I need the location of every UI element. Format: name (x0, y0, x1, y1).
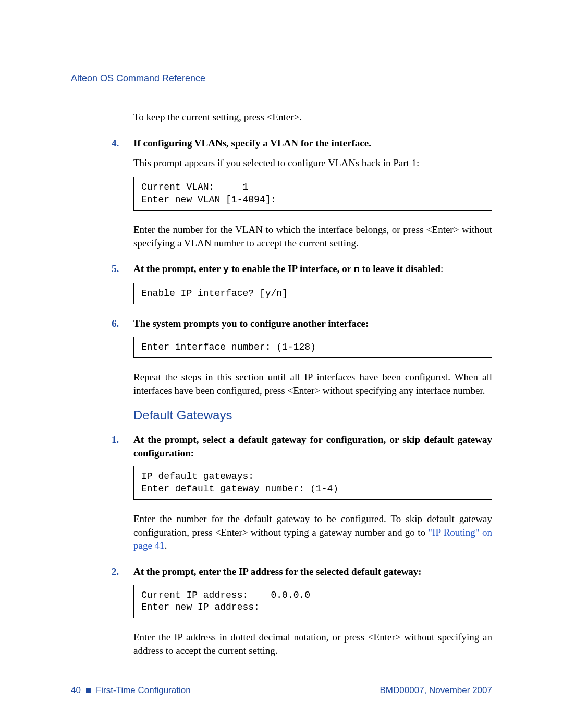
page-number: 40 (71, 685, 81, 697)
step-title: At the prompt, enter the IP address for … (133, 565, 492, 578)
text: . (165, 540, 167, 551)
step-number: 1. (112, 433, 119, 447)
step-title: If configuring VLANs, specify a VLAN for… (133, 137, 492, 150)
step-number: 4. (112, 137, 119, 150)
step-4: 4. If configuring VLANs, specify a VLAN … (133, 137, 492, 250)
code-block: Current IP address: 0.0.0.0 Enter new IP… (133, 585, 492, 619)
text: to enable the IP interface, or (229, 263, 353, 274)
step-title: The system prompts you to configure anot… (133, 317, 492, 330)
step-6: 6. The system prompts you to configure a… (133, 317, 492, 397)
step-b1: 1. At the prompt, select a default gatew… (133, 433, 492, 552)
section-heading-default-gateways: Default Gateways (133, 407, 492, 424)
running-header: Alteon OS Command Reference (71, 72, 492, 84)
footer-right: BMD00007, November 2007 (380, 685, 492, 697)
code-block: Current VLAN: 1 Enter new VLAN [1-4094]: (133, 177, 492, 211)
step-desc: Repeat the steps in this section until a… (133, 371, 492, 397)
step-desc: Enter the number for the VLAN to which t… (133, 223, 492, 250)
step-number: 5. (112, 262, 119, 276)
intro-line: To keep the current setting, press <Ente… (133, 110, 492, 124)
page-footer: 40 First-Time Configuration BMD00007, No… (71, 685, 492, 697)
colon: : (440, 263, 443, 274)
step-number: 2. (112, 565, 119, 578)
code-block: Enable IP interface? [y/n] (133, 283, 492, 304)
code-block: Enter interface number: (1-128) (133, 337, 492, 358)
code-block: IP default gateways: Enter default gatew… (133, 466, 492, 500)
text: to leave it disabled (360, 263, 440, 274)
content-column: To keep the current setting, press <Ente… (133, 110, 492, 657)
step-desc: Enter the IP address in dotted decimal n… (133, 631, 492, 657)
step-number: 6. (112, 317, 119, 330)
step-title: At the prompt, select a default gateway … (133, 433, 492, 460)
footer-square-icon (86, 688, 91, 693)
footer-left: 40 First-Time Configuration (71, 685, 191, 697)
text: At the prompt, enter (133, 263, 223, 274)
mono-n: n (353, 264, 359, 275)
page: Alteon OS Command Reference To keep the … (0, 0, 563, 728)
step-desc: Enter the number for the default gateway… (133, 512, 492, 552)
chapter-name: First-Time Configuration (96, 685, 191, 697)
mono-y: y (223, 264, 229, 275)
step-desc: This prompt appears if you selected to c… (133, 156, 492, 170)
step-5: 5. At the prompt, enter y to enable the … (133, 262, 492, 304)
step-title: At the prompt, enter y to enable the IP … (133, 262, 492, 277)
step-b2: 2. At the prompt, enter the IP address f… (133, 565, 492, 658)
